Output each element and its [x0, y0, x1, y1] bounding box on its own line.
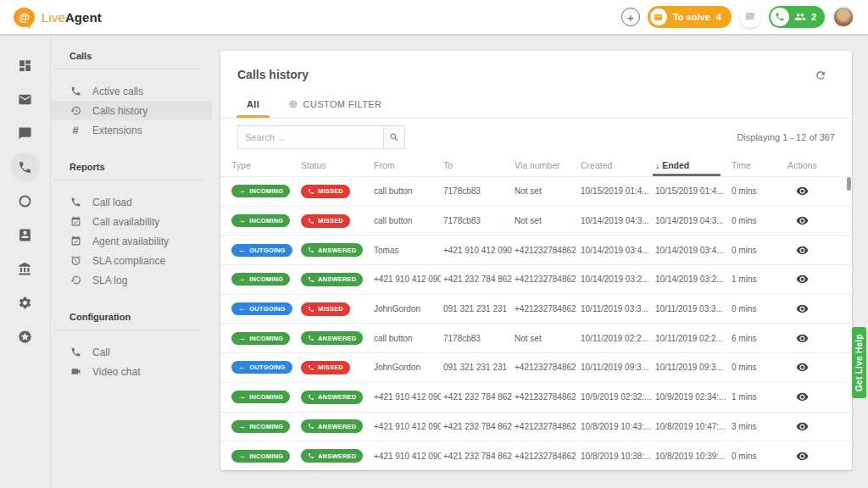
view-call-button[interactable]	[796, 420, 809, 433]
view-call-button[interactable]	[796, 273, 809, 286]
cell-time: 3 mins	[729, 422, 770, 431]
call-status-badge: ANSWERED	[301, 419, 363, 433]
rail-item-dashboard[interactable]	[11, 51, 40, 80]
view-call-button[interactable]	[796, 302, 809, 315]
search-input[interactable]	[237, 125, 383, 149]
cell-ended: 10/14/2019 04:3...	[653, 216, 729, 225]
to-solve-button[interactable]: To solve 4	[648, 6, 732, 28]
cell-to: 091 321 231 231	[441, 304, 512, 313]
column-header-actions[interactable]: Actions	[770, 156, 835, 176]
cell-via: +421232784862	[512, 363, 578, 372]
calls-status-button[interactable]: 2	[769, 6, 825, 28]
menu-item-call[interactable]: Call	[51, 342, 212, 362]
view-call-button[interactable]	[796, 332, 809, 345]
phone-icon	[18, 160, 32, 175]
rail-item-badges[interactable]	[11, 322, 40, 351]
menu-item-sla-log[interactable]: SLA log	[51, 270, 212, 290]
rail-item-tickets[interactable]	[11, 85, 40, 114]
cell-created: 10/14/2019 03:2...	[578, 274, 653, 284]
column-header-type[interactable]: Type	[229, 156, 298, 176]
phone-icon	[70, 197, 81, 208]
cell-status: ANSWERED	[298, 449, 371, 463]
call-type-label: INCOMING	[249, 452, 283, 460]
cell-actions	[770, 302, 835, 315]
column-header-to[interactable]: To	[441, 156, 512, 176]
tab-all[interactable]: All	[232, 90, 274, 118]
call-status-label: ANSWERED	[318, 393, 356, 401]
column-header-created[interactable]: Created	[578, 156, 653, 176]
menu-item-video-chat[interactable]: Video chat	[51, 362, 212, 381]
phone-icon	[308, 188, 314, 195]
cell-from: +421 910 412 090	[371, 422, 441, 431]
menu-item-label: Video chat	[92, 366, 141, 378]
cell-status: ANSWERED	[298, 331, 371, 345]
get-live-help-button[interactable]: Get Live Help	[852, 327, 866, 398]
cell-to: +421 232 784 862	[441, 392, 512, 402]
view-call-button[interactable]	[796, 450, 809, 463]
view-call-button[interactable]	[796, 391, 809, 403]
call-type-label: INCOMING	[249, 393, 283, 401]
rail-item-academy[interactable]	[11, 254, 40, 283]
calendar-check-icon	[70, 216, 81, 228]
view-call-button[interactable]	[796, 244, 809, 257]
divider	[53, 69, 203, 69]
phone-icon	[308, 306, 314, 313]
column-header-status[interactable]: Status	[298, 156, 371, 176]
tab-label: CUSTOM FILTER	[303, 99, 382, 109]
menu-item-call-availability[interactable]: Call availability	[51, 212, 212, 231]
menu-item-extensions[interactable]: #Extensions	[51, 120, 212, 140]
chats-button[interactable]	[739, 6, 761, 28]
rail-item-online[interactable]	[11, 186, 40, 215]
scrollbar-thumb[interactable]	[847, 177, 851, 191]
call-type-label: INCOMING	[249, 275, 283, 283]
rail-item-settings[interactable]	[11, 288, 40, 317]
cell-time: 6 mins	[729, 334, 770, 343]
dashboard-icon	[18, 58, 32, 73]
user-avatar[interactable]	[832, 6, 854, 28]
cell-ended: 10/15/2019 01:4...	[653, 186, 729, 196]
view-call-button[interactable]	[796, 185, 809, 197]
cell-created: 10/14/2019 03:4...	[578, 246, 653, 255]
phone-icon	[308, 276, 314, 283]
tab-custom-filter[interactable]: ⊕CUSTOM FILTER	[274, 90, 396, 118]
cell-type: ←OUTGOING	[229, 302, 298, 315]
rail-item-calls[interactable]	[11, 152, 40, 181]
call-type-label: OUTGOING	[249, 247, 285, 254]
call-type-label: INCOMING	[249, 423, 283, 430]
plus-icon: +	[627, 11, 635, 24]
cell-actions	[770, 391, 835, 403]
phone-icon	[308, 394, 314, 401]
chat-icon	[745, 12, 755, 22]
column-header-from[interactable]: From	[371, 156, 441, 176]
menu-item-active-calls[interactable]: Active calls	[51, 81, 212, 101]
menu-item-agent-availability[interactable]: Agent availability	[51, 231, 212, 251]
refresh-icon	[815, 69, 826, 81]
arrow-right-icon: →	[238, 452, 246, 460]
add-button[interactable]: +	[621, 8, 640, 26]
cell-actions	[770, 273, 835, 286]
cell-created: 10/8/2019 10:38:...	[578, 452, 653, 461]
menu-item-sla-compliance[interactable]: SLA compliance	[51, 251, 212, 270]
cell-time: 0 mins	[729, 216, 770, 225]
tab-label: All	[247, 99, 259, 109]
table-row: →INCOMINGANSWERED+421 910 412 090+421 23…	[220, 441, 852, 470]
search-button[interactable]	[383, 125, 405, 149]
column-header-via[interactable]: Via number	[512, 156, 578, 176]
rail-item-contacts[interactable]	[11, 220, 40, 249]
cell-type: ←OUTGOING	[229, 244, 298, 257]
cell-status: MISSED	[298, 361, 371, 374]
table-row: →INCOMINGANSWEREDcall button7178cb83Not …	[220, 323, 852, 352]
column-header-ended[interactable]: ↓ Ended	[653, 156, 729, 176]
table-row: →INCOMINGANSWERED+421 910 412 090+421 23…	[220, 412, 852, 441]
view-call-button[interactable]	[796, 214, 809, 227]
menu-item-calls-history[interactable]: Calls history	[51, 101, 212, 120]
rail-item-chats[interactable]	[11, 119, 40, 147]
refresh-button[interactable]	[815, 69, 826, 84]
view-call-button[interactable]	[796, 361, 809, 374]
menu-item-call-load[interactable]: Call load	[51, 192, 212, 212]
eye-icon	[796, 361, 809, 374]
people-icon	[794, 11, 806, 23]
cell-from: Tomas	[371, 246, 441, 255]
column-header-time[interactable]: Time	[729, 156, 770, 176]
call-status-badge: ANSWERED	[301, 449, 363, 463]
